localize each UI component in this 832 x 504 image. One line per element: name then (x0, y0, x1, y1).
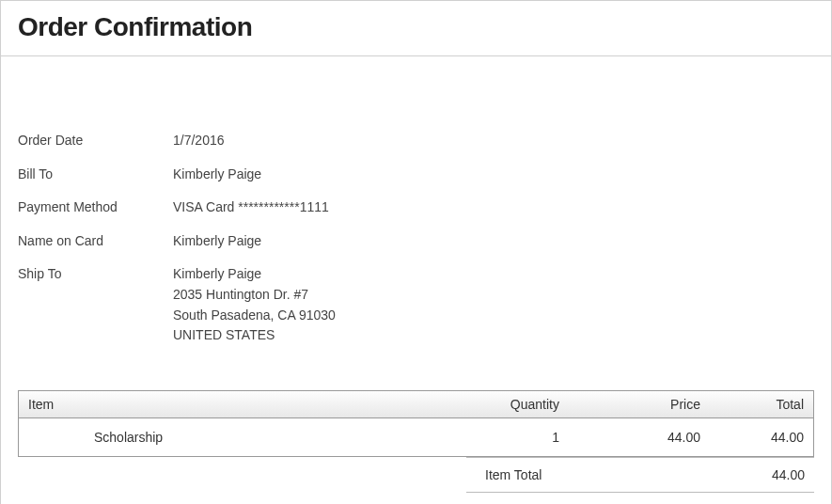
col-header-total: Total (710, 391, 813, 417)
col-header-quantity: Quantity (465, 391, 569, 417)
header: Order Confirmation (1, 1, 831, 56)
items-table: Item Quantity Price Total Scholarship 1 … (18, 390, 814, 457)
value-name-on-card: Kimberly Paige (173, 232, 261, 251)
item-total-value: 44.00 (711, 467, 805, 482)
items-header-row: Item Quantity Price Total (19, 391, 813, 418)
line-item-row: Scholarship 1 44.00 44.00 (19, 418, 813, 456)
label-ship-to: Ship To (18, 265, 173, 346)
label-payment-method: Payment Method (18, 198, 173, 217)
detail-name-on-card: Name on Card Kimberly Paige (18, 232, 814, 251)
value-bill-to: Kimberly Paige (173, 165, 261, 184)
ship-to-address1: 2035 Huntington Dr. #7 (173, 286, 336, 305)
label-bill-to: Bill To (18, 165, 173, 184)
col-header-item: Item (19, 391, 465, 417)
detail-order-date: Order Date 1/7/2016 (18, 132, 814, 150)
col-header-price: Price (569, 391, 710, 417)
label-name-on-card: Name on Card (18, 232, 173, 251)
order-details: Order Date 1/7/2016 Bill To Kimberly Pai… (1, 56, 831, 390)
line-item-price: 44.00 (569, 428, 710, 447)
detail-payment-method: Payment Method VISA Card ************111… (18, 198, 814, 217)
line-item-name: Scholarship (19, 428, 465, 447)
ship-to-country: UNITED STATES (173, 326, 336, 345)
ship-to-city-state-zip: South Pasadena, CA 91030 (173, 307, 336, 325)
totals-wrapper: Item Total 44.00 Transaction Grand Total… (466, 457, 814, 504)
value-payment-method: VISA Card ************1111 (173, 198, 329, 217)
page-title: Order Confirmation (18, 12, 814, 42)
ship-to-name: Kimberly Paige (173, 265, 336, 284)
item-total-label: Item Total (476, 467, 711, 482)
detail-bill-to: Bill To Kimberly Paige (18, 165, 814, 184)
grand-total-row: Transaction Grand Total 44.00 (466, 492, 814, 504)
order-confirmation-panel: Order Confirmation Order Date 1/7/2016 B… (0, 0, 832, 504)
line-item-total: 44.00 (710, 428, 813, 447)
label-order-date: Order Date (18, 132, 173, 150)
value-order-date: 1/7/2016 (173, 132, 225, 150)
value-ship-to: Kimberly Paige 2035 Huntington Dr. #7 So… (173, 265, 336, 346)
line-item-quantity: 1 (465, 428, 569, 447)
totals-section: Item Total 44.00 Transaction Grand Total… (18, 457, 814, 504)
item-total-row: Item Total 44.00 (466, 457, 814, 492)
detail-ship-to: Ship To Kimberly Paige 2035 Huntington D… (18, 265, 814, 346)
